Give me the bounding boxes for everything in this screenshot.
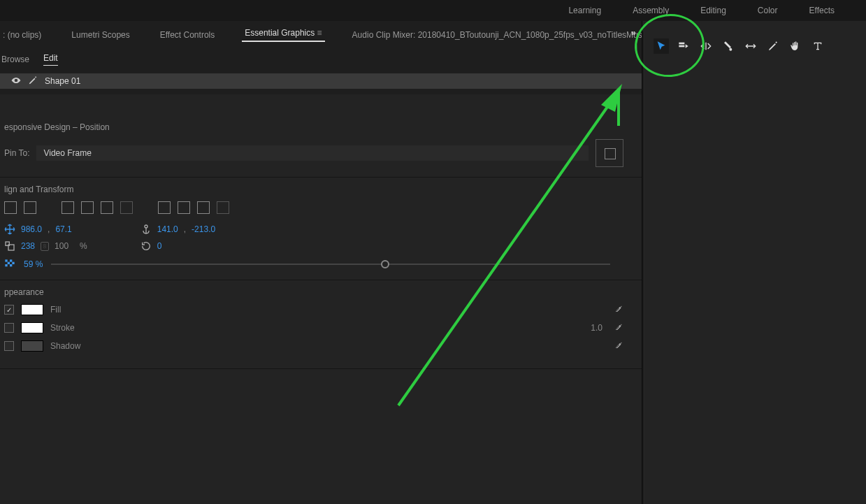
align-transform-section: lign and Transform 986.0 , 67.1 [0,178,642,280]
appearance-title: ppearance [4,287,637,297]
shadow-eyedropper-icon[interactable] [614,341,623,351]
svg-rect-9 [679,43,684,45]
workspace-tab-color[interactable]: Color [758,6,778,15]
stroke-swatch[interactable] [21,322,43,333]
type-tool-icon[interactable] [810,38,825,54]
align-right-icon[interactable] [120,201,133,214]
workspace-tab-assembly[interactable]: Assembly [633,6,669,15]
anchor-icon[interactable] [140,224,152,235]
stroke-eyedropper-icon[interactable] [614,323,623,333]
appearance-section: ppearance Fill Stroke 1.0 Shadow [0,280,642,369]
shadow-checkbox[interactable] [4,341,14,351]
distribute-icon-3[interactable] [197,201,210,214]
responsive-design-title: esponsive Design – Position [4,122,637,132]
workspace-tabs: Learning Assembly Editing Color Effects [0,0,866,21]
svg-point-0 [145,225,147,228]
stroke-row: Stroke 1.0 [4,322,637,333]
svg-rect-3 [5,259,7,261]
pin-to-select[interactable]: Video Frame [36,145,589,161]
hand-tool-icon[interactable] [788,38,803,54]
sub-tab-edit[interactable]: Edit [43,53,58,66]
slip-tool-icon[interactable] [743,38,758,54]
track-select-tool-icon[interactable] [676,38,691,54]
scale-linked: 100 [55,241,68,251]
panel-overflow-button[interactable]: » [631,28,636,38]
align-center-v-icon[interactable] [81,201,94,214]
essential-graphics-panel: esponsive Design – Position Pin To: Vide… [0,94,642,504]
razor-tool-icon[interactable] [721,38,736,54]
position-y[interactable]: 67.1 [55,224,71,234]
rotation-icon[interactable] [140,240,152,252]
distribute-v-icon[interactable] [178,201,190,214]
panel-tabs: : (no clips) Lumetri Scopes Effect Contr… [0,21,642,49]
pen-icon[interactable] [28,75,38,87]
scale-value[interactable]: 238 [21,241,35,251]
rotation-value[interactable]: 0 [157,241,162,251]
opacity-slider[interactable] [51,264,610,265]
shadow-label: Shadow [50,341,80,351]
workspace-tab-editing[interactable]: Editing [700,6,726,15]
svg-rect-10 [679,45,684,48]
align-top-icon[interactable] [62,201,74,214]
scale-icon[interactable] [4,240,15,252]
pin-target-icon[interactable] [596,139,623,167]
responsive-design-section: esponsive Design – Position Pin To: Vide… [0,94,642,178]
tab-source[interactable]: : (no clips) [0,30,44,40]
fill-swatch[interactable] [21,304,43,315]
ripple-edit-tool-icon[interactable] [698,38,714,54]
svg-rect-7 [5,264,7,266]
tab-effect-controls[interactable]: Effect Controls [157,30,217,40]
pin-to-label: Pin To: [4,148,29,158]
workspace-tab-effects[interactable]: Effects [809,6,835,15]
stroke-label: Stroke [50,323,75,333]
tab-essential-graphics[interactable]: Essential Graphics [242,28,324,42]
align-left-icon[interactable] [4,201,17,214]
anchor-y[interactable]: -213.0 [192,224,215,234]
opacity-slider-thumb[interactable] [381,260,389,268]
fill-row: Fill [4,304,637,315]
distribute-h-icon[interactable] [158,201,171,214]
opacity-icon[interactable] [4,259,15,270]
align-icons-row [4,201,637,214]
svg-rect-8 [10,264,12,266]
shadow-swatch[interactable] [21,340,43,352]
program-monitor-pane [642,21,866,504]
svg-rect-4 [10,259,12,261]
stroke-width-value[interactable]: 1.0 [591,323,602,333]
fill-label: Fill [50,305,61,315]
link-scale-icon[interactable]: 𝟾 [41,242,49,251]
pen-tool-icon[interactable] [765,38,781,54]
position-icon[interactable] [4,224,15,235]
tab-lumetri-scopes[interactable]: Lumetri Scopes [68,30,132,40]
layer-row[interactable]: Shape 01 [0,73,642,89]
opacity-value[interactable]: 59 % [24,259,43,269]
align-bottom-icon[interactable] [101,201,113,214]
fill-eyedropper-icon[interactable] [614,305,623,315]
tab-audio-clip-mixer[interactable]: Audio Clip Mixer: 20180410_BToutounji_AC… [349,30,651,40]
sub-tab-browse[interactable]: Browse [1,55,29,64]
selection-tool-icon[interactable] [654,38,669,54]
eye-icon[interactable] [11,75,21,87]
scale-pct: % [80,241,87,251]
svg-rect-5 [8,262,10,264]
shadow-row: Shadow [4,340,637,352]
anchor-x[interactable]: 141.0 [157,224,178,234]
position-x[interactable]: 986.0 [21,224,42,234]
workspace-tab-learning[interactable]: Learning [568,6,601,15]
svg-rect-6 [12,262,14,264]
align-center-h-icon[interactable] [24,201,36,214]
tools-panel [654,38,825,54]
eg-sub-tabs: Browse Edit [0,49,642,70]
fill-checkbox[interactable] [4,305,14,315]
align-transform-title: lign and Transform [4,185,637,194]
panel-divider[interactable] [642,31,644,504]
stroke-checkbox[interactable] [4,323,14,333]
distribute-icon-4[interactable] [217,201,229,214]
layer-name[interactable]: Shape 01 [45,76,80,86]
